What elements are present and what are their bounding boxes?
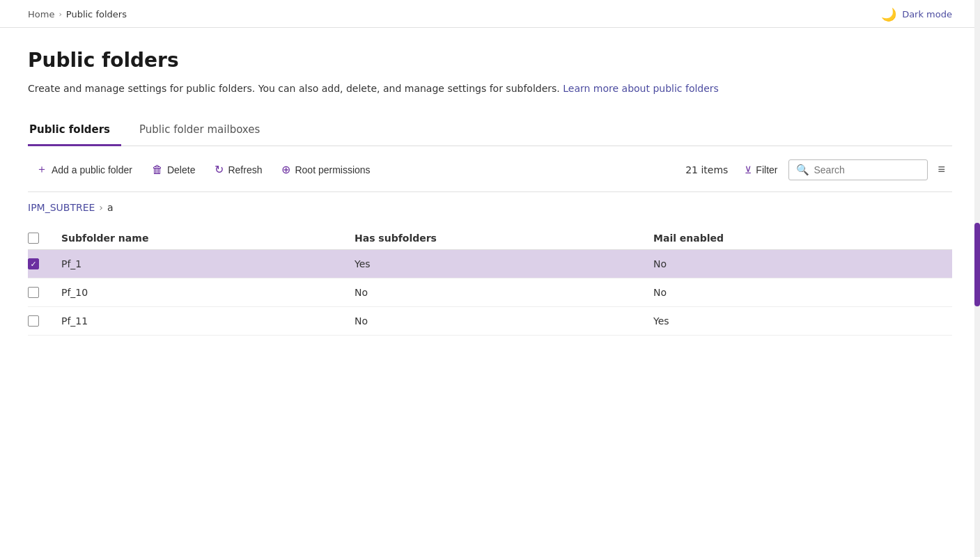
row-checkbox[interactable] [28,315,39,327]
row-checkbox[interactable] [28,287,39,298]
row-checkbox-col [28,258,56,269]
search-box: 🔍 [788,159,928,180]
refresh-button[interactable]: ↻ Refresh [206,158,270,181]
page-description-text: Create and manage settings for public fo… [28,83,560,94]
refresh-label: Refresh [228,164,262,175]
table-row[interactable]: Pf_1 Yes No [28,250,952,278]
filter-label: Filter [756,164,777,175]
row-has-subfolders: No [355,287,653,298]
breadcrumb-current: Public folders [66,9,127,19]
delete-icon: 🗑 [152,164,163,176]
folders-table: Subfolder name Has subfolders Mail enabl… [28,226,952,336]
table-row[interactable]: Pf_11 No Yes [28,307,952,336]
breadcrumb-home[interactable]: Home [28,9,54,19]
row-subfolder-name: Pf_11 [56,315,355,327]
refresh-icon: ↻ [215,163,224,176]
header-checkbox-col [28,233,56,244]
page-content: Public folders Create and manage setting… [0,28,980,336]
tab-public-folder-mailboxes[interactable]: Public folder mailboxes [138,116,271,146]
row-mail-enabled: No [653,258,952,269]
path-current: a [107,202,114,213]
header-mail-enabled: Mail enabled [653,233,952,244]
row-subfolder-name: Pf_1 [56,258,355,269]
delete-button[interactable]: 🗑 Delete [143,159,203,181]
moon-icon: 🌙 [881,7,896,22]
dark-mode-label: Dark mode [902,9,952,19]
row-has-subfolders: Yes [355,258,653,269]
filter-icon: ⊻ [745,164,752,175]
root-permissions-label: Root permissions [295,164,370,175]
add-icon: ＋ [36,162,47,177]
scrollbar-track [974,0,980,336]
folder-path: IPM_SUBTREE › a [28,192,952,219]
header-has-subfolders: Has subfolders [355,233,653,244]
search-icon: 🔍 [796,164,809,176]
learn-more-link[interactable]: Learn more about public folders [563,83,719,94]
add-public-folder-label: Add a public folder [52,164,132,175]
row-checkbox-col [28,315,56,327]
row-has-subfolders: No [355,315,653,327]
dark-mode-toggle[interactable]: 🌙 Dark mode [881,7,952,22]
tab-public-folders[interactable]: Public folders [28,116,121,146]
breadcrumb-chevron: › [59,10,61,19]
permissions-icon: ⊕ [281,163,290,176]
delete-label: Delete [167,164,195,175]
add-public-folder-button[interactable]: ＋ Add a public folder [28,157,141,182]
root-permissions-button[interactable]: ⊕ Root permissions [273,158,378,181]
page-title: Public folders [28,49,952,72]
breadcrumb: Home › Public folders [28,9,127,19]
select-all-checkbox[interactable] [28,233,39,244]
scrollbar-thumb[interactable] [974,223,980,306]
row-checkbox[interactable] [28,258,39,269]
path-chevron: › [99,202,103,213]
view-toggle-icon: ≡ [938,162,945,176]
items-count: 21 items [685,164,728,175]
row-mail-enabled: No [653,287,952,298]
filter-button[interactable]: ⊻ Filter [736,159,786,180]
row-checkbox-col [28,287,56,298]
top-bar: Home › Public folders 🌙 Dark mode [0,0,980,28]
table-header: Subfolder name Has subfolders Mail enabl… [28,226,952,250]
table-row[interactable]: Pf_10 No No [28,278,952,307]
header-subfolder-name: Subfolder name [56,233,355,244]
search-input[interactable] [814,164,920,175]
tabs-container: Public folders Public folder mailboxes [28,116,952,146]
row-mail-enabled: Yes [653,315,952,327]
page-description: Create and manage settings for public fo… [28,81,952,96]
row-subfolder-name: Pf_10 [56,287,355,298]
toolbar: ＋ Add a public folder 🗑 Delete ↻ Refresh… [28,146,952,192]
view-toggle-button[interactable]: ≡ [931,157,952,182]
path-root[interactable]: IPM_SUBTREE [28,202,95,213]
